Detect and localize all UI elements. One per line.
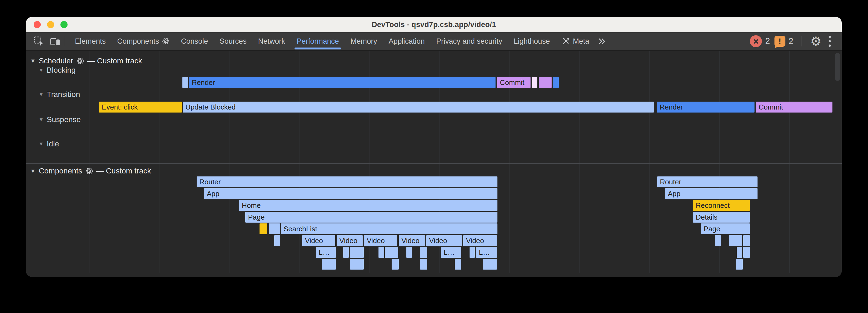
- gear-icon[interactable]: ⚙: [810, 35, 822, 47]
- flame-bar-home[interactable]: Home: [239, 200, 497, 211]
- flame-bar[interactable]: [378, 247, 384, 258]
- tab-application[interactable]: Application: [383, 32, 430, 50]
- tab-memory[interactable]: Memory: [345, 32, 383, 50]
- flame-bar-searchlist[interactable]: SearchList: [281, 223, 497, 234]
- flame-bar-page[interactable]: Page: [245, 212, 497, 222]
- flame-bar-video[interactable]: Video: [337, 235, 363, 246]
- tab-sources[interactable]: Sources: [214, 32, 252, 50]
- flame-bar-event-click[interactable]: Event: click: [99, 102, 182, 112]
- tab-privacy-and-security[interactable]: Privacy and security: [430, 32, 508, 50]
- tab-console[interactable]: Console: [175, 32, 214, 50]
- flame-bar[interactable]: [553, 77, 559, 88]
- flame-bar-commit[interactable]: Commit: [497, 77, 530, 88]
- flame-bar-render[interactable]: Render: [189, 77, 496, 88]
- gridline: [649, 51, 650, 273]
- inspect-element-icon[interactable]: [33, 35, 44, 47]
- flame-bar[interactable]: [470, 247, 475, 258]
- flame-bar-router[interactable]: Router: [657, 176, 757, 187]
- tab-elements[interactable]: Elements: [69, 32, 112, 50]
- disclosure-triangle-icon[interactable]: ▼: [30, 58, 36, 64]
- track-header-scheduler[interactable]: ▼ Scheduler — Custom track: [30, 57, 142, 65]
- flame-bar[interactable]: [539, 77, 552, 88]
- flame-bar[interactable]: [455, 259, 461, 270]
- react-atom-icon: [162, 37, 169, 45]
- lane-idle[interactable]: ▼Idle: [38, 140, 59, 148]
- flame-bar-l-[interactable]: L…: [316, 247, 336, 258]
- flame-bar-app[interactable]: App: [204, 188, 497, 199]
- flame-bar-render[interactable]: Render: [657, 102, 754, 112]
- tab-label: Memory: [350, 37, 377, 46]
- tab-label: Components: [117, 37, 159, 46]
- disclosure-triangle-icon[interactable]: ▼: [38, 117, 44, 123]
- flame-bar[interactable]: [343, 247, 349, 258]
- flame-bar-page[interactable]: Page: [701, 223, 750, 234]
- flame-bar[interactable]: [350, 259, 364, 270]
- flame-bar[interactable]: [743, 247, 750, 258]
- panel-tabs: ElementsComponentsConsoleSourcesNetworkP…: [69, 32, 595, 50]
- flame-bar-commit[interactable]: Commit: [756, 102, 832, 112]
- disclosure-triangle-icon[interactable]: ▼: [30, 168, 36, 174]
- tab-components[interactable]: Components: [112, 32, 175, 50]
- flame-bar[interactable]: [743, 235, 750, 246]
- flame-bar[interactable]: [420, 259, 427, 270]
- tab-label: Privacy and security: [436, 37, 502, 46]
- tab-label: Sources: [220, 37, 247, 46]
- flame-bar[interactable]: [420, 247, 427, 258]
- tab-network[interactable]: Network: [252, 32, 291, 50]
- kebab-menu-icon[interactable]: [826, 36, 834, 47]
- flame-bar[interactable]: [483, 259, 497, 270]
- flame-bar-video[interactable]: Video: [426, 235, 462, 246]
- flame-bar-video[interactable]: Video: [463, 235, 497, 246]
- tab-lighthouse[interactable]: Lighthouse: [508, 32, 556, 50]
- flame-bar-video[interactable]: Video: [399, 235, 425, 246]
- flame-bar-l-[interactable]: L…: [441, 247, 461, 258]
- zoom-button[interactable]: [60, 21, 67, 28]
- disclosure-triangle-icon[interactable]: ▼: [38, 92, 44, 98]
- tab-label: Application: [389, 37, 425, 46]
- gridline: [89, 51, 89, 273]
- flame-bar[interactable]: [182, 77, 188, 88]
- error-badge[interactable]: ×: [750, 35, 762, 47]
- tab-label: Elements: [75, 37, 106, 46]
- flame-bar-l-[interactable]: L…: [476, 247, 497, 258]
- disclosure-triangle-icon[interactable]: ▼: [38, 67, 44, 73]
- tab-meta[interactable]: Meta: [556, 32, 595, 50]
- flame-bar-app[interactable]: App: [665, 188, 757, 199]
- tab-performance[interactable]: Performance: [291, 32, 345, 50]
- lane-blocking[interactable]: ▼Blocking: [38, 66, 76, 75]
- flame-bar-router[interactable]: Router: [197, 176, 497, 187]
- flame-bar[interactable]: [392, 259, 399, 270]
- flame-bar[interactable]: [322, 259, 336, 270]
- flame-bar[interactable]: [737, 247, 742, 258]
- track-header-components[interactable]: ▼ Components — Custom track: [30, 167, 151, 175]
- lane-transition[interactable]: ▼Transition: [38, 90, 80, 99]
- more-tabs-chevron-icon[interactable]: [597, 36, 607, 46]
- flame-bar-video[interactable]: Video: [364, 235, 397, 246]
- flame-bar-details[interactable]: Details: [693, 212, 750, 222]
- device-toolbar-icon[interactable]: [49, 35, 61, 47]
- lane-label: Suspense: [47, 115, 81, 124]
- minimize-button[interactable]: [47, 21, 54, 28]
- flame-bar-update-blocked[interactable]: Update Blocked: [183, 102, 654, 112]
- close-button[interactable]: [34, 21, 41, 28]
- flame-bar[interactable]: [269, 223, 280, 234]
- flame-bar[interactable]: [715, 235, 721, 246]
- flame-bar-video[interactable]: Video: [302, 235, 335, 246]
- flame-bar[interactable]: [729, 235, 742, 246]
- vertical-scrollbar-thumb[interactable]: [835, 53, 840, 81]
- track-title: Scheduler: [39, 57, 73, 65]
- flame-bar[interactable]: [736, 259, 743, 270]
- lane-suspense[interactable]: ▼Suspense: [38, 115, 81, 124]
- flame-bar[interactable]: [385, 247, 398, 258]
- lane-label: Blocking: [47, 66, 76, 75]
- flame-bar[interactable]: [406, 247, 412, 258]
- flame-bar[interactable]: [274, 235, 280, 246]
- title-bar: DevTools - qsvd7p.csb.app/video/1: [26, 17, 842, 32]
- flame-bar[interactable]: [259, 223, 267, 234]
- flame-bar-reconnect[interactable]: Reconnect: [693, 200, 750, 211]
- lane-label: Transition: [47, 90, 80, 99]
- flame-bar[interactable]: [532, 77, 537, 88]
- flame-bar[interactable]: [350, 247, 364, 258]
- warning-badge[interactable]: !: [774, 36, 785, 47]
- disclosure-triangle-icon[interactable]: ▼: [38, 141, 44, 147]
